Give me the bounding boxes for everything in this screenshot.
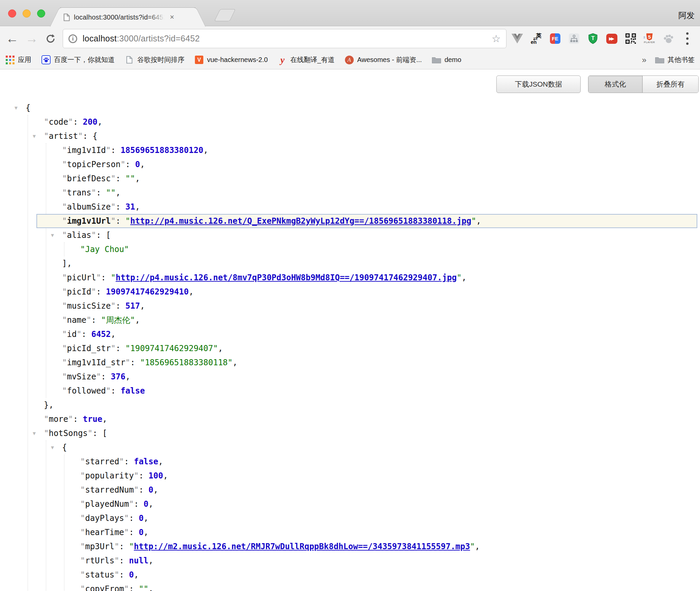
json-line: "briefDesc": "",	[62, 172, 697, 186]
json-line: "rtUrls": null,	[80, 554, 697, 568]
sitemap-extension-icon[interactable]	[568, 33, 580, 44]
bookmark-other-folder[interactable]: 其他书签	[655, 55, 695, 64]
collapse-all-button[interactable]: 折叠所有	[642, 76, 698, 93]
json-key: playedNum	[85, 499, 129, 509]
download-json-button[interactable]: 下载JSON数据	[496, 75, 581, 93]
tab-strip: localhost:3000/artists?id=6452 × 阿发	[0, 0, 700, 26]
collapse-toggle-icon[interactable]: ▼	[51, 440, 54, 455]
vue-bookmark-icon: V	[195, 55, 204, 64]
paw-extension-icon[interactable]	[663, 33, 674, 44]
browser-menu-icon[interactable]	[681, 33, 693, 44]
json-line: "picUrl": "http://p4.music.126.net/8mv7q…	[62, 271, 697, 285]
bookmark-item[interactable]: 谷歌按时间排序	[125, 55, 184, 64]
translate-extension-icon[interactable]: 英en⇄	[530, 33, 542, 44]
folder-icon	[432, 55, 441, 64]
json-line: "img1v1Id": 18569651883380120,	[62, 143, 697, 157]
json-key: trans	[67, 188, 91, 197]
vue-extension-icon[interactable]	[512, 33, 523, 44]
json-line: "more": true,	[44, 412, 697, 426]
json-value: "周杰伦"	[101, 315, 135, 325]
json-line: "id": 6452,	[62, 327, 697, 341]
shield-extension-icon[interactable]: T	[587, 33, 599, 44]
json-key: id	[67, 330, 77, 339]
json-key: rtUrls	[85, 556, 114, 565]
json-line: ▼{	[26, 101, 697, 115]
video-speed-extension-icon[interactable]: ▶▶	[606, 33, 617, 44]
json-key: more	[49, 414, 68, 424]
bookmark-item[interactable]: AAwesomes - 前端资...	[345, 55, 422, 64]
bookmark-item[interactable]: 应用	[5, 55, 31, 64]
json-value: ""	[125, 174, 135, 183]
bookmarks-overflow-chevron[interactable]: »	[642, 55, 646, 65]
json-value: true	[83, 414, 103, 424]
zoom-window-button[interactable]	[37, 9, 45, 18]
json-key: img1v1Id	[67, 146, 106, 155]
html5-player-extension-icon[interactable]: s5PLAYER	[644, 33, 655, 44]
collapse-toggle-icon[interactable]: ▼	[51, 228, 54, 242]
json-key: artist	[49, 131, 78, 141]
bookmark-label: 谷歌按时间排序	[137, 55, 184, 64]
bookmark-item[interactable]: Vvue-hackernews-2.0	[195, 55, 268, 64]
json-link[interactable]: http://p4.music.126.net/8mv7qP30Pd3oHW8b…	[116, 273, 457, 282]
json-value: 19097417462929410	[106, 287, 189, 297]
json-line: "musicSize": 517,	[62, 299, 697, 313]
extensions-bar: 英en⇄FET▶▶s5PLAYER	[512, 27, 693, 51]
browser-tab[interactable]: localhost:3000/artists?id=6452 ×	[60, 7, 196, 27]
close-window-button[interactable]	[8, 9, 16, 18]
json-line: "playedNum": 0,	[80, 497, 697, 511]
bookmark-star-icon[interactable]: ☆	[492, 33, 501, 44]
qr-code-extension-icon[interactable]	[625, 33, 636, 44]
json-key: musicSize	[67, 301, 111, 311]
json-line: "copyFrom": "",	[80, 582, 697, 591]
svg-text:T: T	[591, 35, 594, 41]
bookmark-label: 应用	[18, 55, 31, 64]
json-link[interactable]: http://m2.music.126.net/RMJR7wDullRqppBk…	[134, 542, 470, 551]
collapse-toggle-icon[interactable]: ▼	[14, 101, 18, 115]
json-line: "starredNum": 0,	[80, 483, 697, 497]
json-line: "hearTime": 0,	[80, 525, 697, 539]
collapse-toggle-icon[interactable]: ▼	[33, 426, 36, 440]
bookmark-label: demo	[444, 56, 461, 64]
json-line: },	[44, 398, 697, 412]
tab-close-icon[interactable]: ×	[170, 13, 174, 21]
json-line: "name": "周杰伦",	[62, 313, 697, 327]
json-line: "status": 0,	[80, 568, 697, 582]
json-line: "mp3Url": "http://m2.music.126.net/RMJR7…	[80, 539, 697, 554]
json-key: code	[49, 117, 68, 127]
json-line: ▼"alias": [	[62, 228, 697, 242]
site-info-icon[interactable]: i	[68, 34, 77, 43]
json-key: img1v1Url	[67, 216, 111, 226]
json-value: 0	[129, 570, 134, 580]
reload-button[interactable]	[43, 27, 58, 51]
json-value: 100	[148, 471, 163, 480]
browser-toolbar: ← → i localhost:3000/artists?id=6452 ☆ 英…	[0, 27, 700, 51]
json-key: albumSize	[67, 202, 111, 212]
bookmark-item[interactable]: demo	[432, 55, 461, 64]
json-value: 0	[139, 528, 143, 537]
bookmark-item[interactable]: 百度一下，你就知道	[41, 55, 115, 64]
json-link[interactable]: http://p4.music.126.net/Q_ExePNkmgB2yWyL…	[130, 216, 471, 226]
json-line-highlighted: "img1v1Url": "http://p4.music.126.net/Q_…	[36, 214, 697, 228]
json-key: alias	[67, 230, 91, 240]
format-button[interactable]: 格式化	[588, 76, 642, 93]
json-key: followed	[67, 386, 106, 396]
bookmark-label: Awesomes - 前端资...	[357, 55, 422, 64]
profile-button[interactable]: 阿发	[678, 10, 695, 21]
bookmark-item[interactable]: y在线翻译_有道	[278, 55, 334, 64]
json-line: "picId": 19097417462929410,	[62, 285, 697, 299]
json-key: picUrl	[67, 273, 96, 282]
bookmarks-bar: 应用百度一下，你就知道谷歌按时间排序Vvue-hackernews-2.0y在线…	[0, 51, 700, 69]
json-line: "img1v1Id_str": "18569651883380118",	[62, 355, 697, 370]
json-line: "followed": false	[62, 384, 697, 398]
minimize-window-button[interactable]	[23, 9, 31, 18]
apps-grid-icon	[5, 55, 14, 64]
collapse-toggle-icon[interactable]: ▼	[33, 129, 36, 143]
json-value: 376	[111, 372, 125, 381]
json-line: "picId_str": "19097417462929407",	[62, 341, 697, 355]
url-input[interactable]: i localhost:3000/artists?id=6452 ☆	[63, 29, 506, 48]
reload-icon	[45, 33, 56, 44]
fe-extension-icon[interactable]: FE	[549, 33, 561, 44]
new-tab-button[interactable]	[214, 9, 236, 21]
json-line: ▼{	[62, 440, 697, 455]
back-button[interactable]: ←	[5, 27, 20, 51]
